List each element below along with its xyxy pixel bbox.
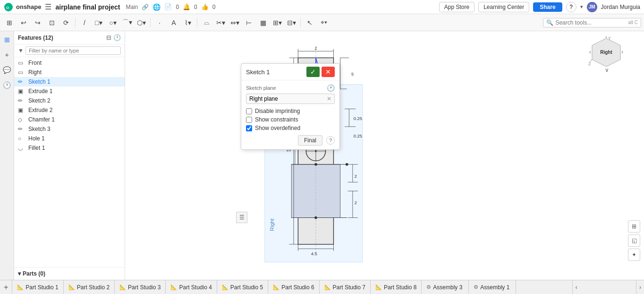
svg-text:2: 2 — [314, 45, 317, 51]
tab-ps2[interactable]: 📐Part Studio 2 — [64, 280, 115, 294]
sketch-help-button[interactable]: ? — [326, 136, 335, 145]
toolbar-chart-btn[interactable]: ▦ — [256, 16, 270, 29]
hamburger-menu[interactable]: ☰ — [45, 2, 51, 11]
feature-label-chamfer1: Chamfer 1 — [28, 116, 55, 123]
sketch-dialog: Sketch 1 ✓ ✕ Sketch plane 🕐 Right plane … — [241, 63, 340, 150]
toolbar-orbit-btn[interactable]: ⟳ — [59, 16, 73, 29]
svg-text:∨: ∨ — [605, 67, 609, 73]
app-store-button[interactable]: App Store — [439, 2, 475, 12]
feature-header: Features (12) ⊟ 🕐 — [14, 31, 125, 44]
toolbar-grid-btn[interactable]: ⊞ — [3, 16, 16, 29]
tab-ps7[interactable]: 📐Part Studio 7 — [320, 280, 371, 294]
link-icon[interactable]: 🔗 — [142, 4, 149, 10]
toolbar-rect-combo[interactable]: □▾ — [92, 16, 105, 29]
search-tools-box[interactable]: 🔍 alt C — [543, 18, 641, 27]
br-tool-1[interactable]: ⊞ — [628, 220, 640, 233]
toolbar-spline-combo[interactable]: ⌇▾ — [181, 16, 195, 29]
sketch-option-imprinting[interactable]: Disable imprinting — [246, 108, 335, 114]
feature-label-extrude1: Extrude 1 — [28, 88, 52, 95]
tab-ps3[interactable]: 📐Part Studio 3 — [115, 280, 166, 294]
logo[interactable]: O onshape — [4, 2, 41, 12]
toolbar-view-btn[interactable]: ⊡ — [45, 16, 59, 29]
tab-asm3[interactable]: ⚙Assembly 3 — [422, 280, 469, 294]
feature-item-extrude1[interactable]: ▣Extrude 1 — [14, 86, 125, 96]
svg-text:›: › — [621, 49, 623, 55]
sketch-cancel-button[interactable]: ✕ — [322, 67, 335, 77]
sketch-dialog-header: Sketch 1 ✓ ✕ — [241, 64, 339, 80]
sketch-clock-icon[interactable]: 🕐 — [327, 84, 335, 92]
feature-item-extrude2[interactable]: ▣Extrude 2 — [14, 105, 125, 115]
feature-item-chamfer1[interactable]: ◇Chamfer 1 — [14, 115, 125, 124]
sketch-ok-button[interactable]: ✓ — [306, 67, 320, 77]
globe-icon[interactable]: 🌐 — [153, 3, 161, 11]
show-constraints-checkbox[interactable] — [246, 117, 252, 123]
feature-item-fillet1[interactable]: ◡Fillet 1 — [14, 143, 125, 153]
help-button[interactable]: ? — [566, 2, 576, 12]
svg-text:Right: Right — [600, 50, 612, 55]
tab-asm1[interactable]: ⚙Assembly 1 — [469, 280, 516, 294]
toolbar-arc-combo[interactable]: ⌒▾ — [120, 16, 134, 29]
final-button[interactable]: Final — [298, 135, 322, 146]
sidebar-history-icon[interactable]: 🕐 — [1, 79, 13, 91]
toolbar-line-btn[interactable]: / — [78, 16, 91, 29]
br-tool-3[interactable]: ✦ — [628, 249, 640, 261]
tab-ps8[interactable]: 📐Part Studio 8 — [371, 280, 422, 294]
parts-header[interactable]: ▾ Parts (0) — [18, 270, 121, 277]
feature-header-icons: ⊟ 🕐 — [106, 34, 121, 41]
feature-filter-input[interactable] — [25, 46, 121, 55]
tab-ps6[interactable]: 📐Part Studio 6 — [268, 280, 319, 294]
sidebar-add-icon[interactable]: + — [1, 49, 13, 61]
feature-item-sketch3[interactable]: ✏Sketch 3 — [14, 124, 125, 134]
search-icon: 🔍 — [546, 19, 553, 26]
nav-cube[interactable]: Right Y Z › ‹ ∨ ∧ — [587, 36, 625, 74]
feature-icon-sketch3: ✏ — [18, 126, 25, 132]
tab-ps4[interactable]: 📐Part Studio 4 — [166, 280, 217, 294]
left-panel-icon[interactable]: ☰ — [236, 212, 247, 223]
disable-imprinting-checkbox[interactable] — [246, 108, 252, 114]
toolbar-mirror-combo[interactable]: ⇔▾ — [228, 16, 241, 29]
sketch-option-overdefined[interactable]: Show overdefined — [246, 125, 335, 131]
svg-text:‹: ‹ — [589, 49, 591, 55]
tab-nav-prev[interactable]: ‹ — [572, 280, 580, 294]
toolbar-fillet-btn[interactable]: ⌓ — [200, 16, 213, 29]
search-tools-input[interactable] — [555, 19, 626, 26]
feature-icon-extrude1: ▣ — [18, 88, 25, 95]
chevron-icon[interactable]: ▾ — [580, 4, 583, 10]
toolbar-select-btn[interactable]: ↖ — [303, 16, 316, 29]
feature-collapse-icon[interactable]: ⊟ — [106, 34, 111, 41]
sketch-plane-remove-icon[interactable]: ✕ — [327, 95, 331, 102]
canvas[interactable]: 2 5 0.25 0.25 10 Ø1 2 2 — [125, 31, 644, 280]
tab-ps5[interactable]: 📐Part Studio 5 — [217, 280, 268, 294]
toolbar-trim-combo[interactable]: ✂▾ — [214, 16, 227, 29]
br-tool-2[interactable]: ◱ — [628, 234, 640, 247]
feature-item-right[interactable]: ▭Right — [14, 68, 125, 77]
feature-item-sketch1[interactable]: ✏Sketch 1 — [14, 77, 125, 86]
sketch-option-constraints[interactable]: Show constraints — [246, 116, 335, 123]
learning-center-button[interactable]: Learning Center — [478, 2, 529, 12]
dialog-actions: ✓ ✕ — [306, 67, 335, 77]
sidebar-comment-icon[interactable]: 💬 — [1, 64, 13, 76]
feature-filter-box[interactable]: ▼ — [14, 44, 125, 57]
toolbar-point-btn[interactable]: · — [153, 16, 166, 29]
toolbar-circle-combo[interactable]: ○▾ — [106, 16, 119, 29]
show-overdefined-checkbox[interactable] — [246, 125, 252, 131]
sidebar-features-icon[interactable]: ⊞ — [1, 34, 13, 45]
toolbar-dimension-btn[interactable]: ⊢ — [242, 16, 255, 29]
toolbar-arrange-combo[interactable]: ⊟▾ — [285, 16, 298, 29]
feature-item-hole1[interactable]: ○Hole 1 — [14, 134, 125, 143]
toolbar-text-btn[interactable]: A — [167, 16, 180, 29]
feature-item-front[interactable]: ▭Front — [14, 58, 125, 68]
feature-item-sketch2[interactable]: ✏Sketch 2 — [14, 96, 125, 105]
feature-clock-icon[interactable]: 🕐 — [113, 34, 121, 41]
toolbar-grid-combo[interactable]: ⊞▾ — [271, 16, 284, 29]
share-button[interactable]: Share — [533, 2, 562, 12]
tab-icon-asm3: ⚙ — [426, 284, 431, 290]
add-tab-button[interactable]: + — [0, 280, 12, 294]
svg-text:4.5: 4.5 — [311, 251, 317, 256]
toolbar-measure-combo[interactable]: ⌖▾ — [317, 16, 330, 29]
toolbar-undo-btn[interactable]: ↩ — [17, 16, 30, 29]
tab-ps1[interactable]: 📐Part Studio 1 — [12, 280, 63, 294]
toolbar-redo-btn[interactable]: ↪ — [31, 16, 44, 29]
toolbar-poly-combo[interactable]: ⬡▾ — [135, 16, 148, 29]
tab-nav-next[interactable]: › — [636, 280, 644, 294]
